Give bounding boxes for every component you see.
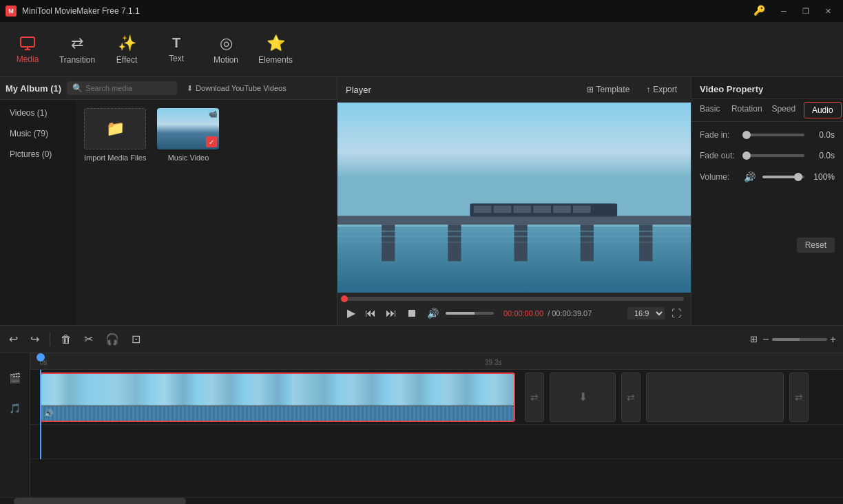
fade-out-row: Fade out: 0.0s	[700, 151, 835, 160]
playhead-top	[37, 353, 45, 361]
tracks-area: 🔊 ⇄ ⬇ ⇄ ⇄	[30, 370, 843, 459]
next-frame-button[interactable]: ⏭	[383, 306, 399, 321]
fade-in-value: 0.0s	[810, 130, 835, 140]
toolbar-item-motion[interactable]: ◎ Motion	[201, 25, 251, 74]
prev-frame-button[interactable]: ⏮	[362, 306, 379, 321]
tab-basic[interactable]: Basic	[691, 99, 729, 121]
cut-button[interactable]: ✂	[82, 330, 95, 348]
volume-slider[interactable]	[446, 312, 494, 315]
crop-button[interactable]: ⊡	[129, 330, 143, 348]
elements-icon: ⭐	[267, 34, 285, 52]
media-icon	[19, 35, 36, 52]
progress-thumb	[341, 295, 348, 302]
zoom-in-button[interactable]: +	[830, 333, 836, 346]
effect-label: Effect	[116, 55, 137, 65]
album-title: My Album (1)	[6, 83, 61, 94]
transition-icon: ⇄	[71, 34, 83, 52]
download-icon: ⬇	[187, 84, 193, 93]
detach-button[interactable]: 🎧	[103, 330, 121, 348]
play-button[interactable]: ▶	[344, 305, 358, 321]
zoom-out-button[interactable]: −	[762, 333, 769, 346]
toolbar-item-transition[interactable]: ⇄ Transition	[52, 25, 102, 74]
left-panel-header: My Album (1) 🔍 ⬇ Download YouTube Videos	[0, 77, 337, 100]
video-clip[interactable]: 🔊	[40, 372, 515, 422]
time-total: / 00:00:39.07	[548, 309, 592, 317]
text-icon: T	[172, 35, 180, 51]
import-thumb: 📁	[84, 108, 146, 149]
svg-rect-17	[337, 235, 691, 237]
player-header: Player ⊞ Template ↑ Export	[337, 77, 691, 103]
redo-button[interactable]: ↪	[28, 330, 41, 348]
import-media-item[interactable]: 📁 Import Media Files	[84, 108, 146, 162]
progress-bar[interactable]	[344, 297, 684, 301]
toolbar-item-effect[interactable]: ✨ Effect	[102, 25, 152, 74]
sidebar-item-music[interactable]: Music (79)	[0, 123, 76, 144]
transition-label: Transition	[59, 55, 95, 65]
zoom-controls: ⊞ − +	[748, 332, 836, 346]
stop-button[interactable]: ⏹	[404, 306, 420, 321]
placeholder-clip-1[interactable]: ⬇	[550, 372, 616, 422]
timeline-ruler: 0s 39.3s	[30, 353, 843, 370]
fade-in-slider[interactable]	[744, 134, 804, 136]
svg-rect-10	[474, 206, 492, 213]
template-button[interactable]: ⊞ Template	[581, 83, 636, 96]
timeline-content[interactable]: 0s 39.3s 🔊	[30, 353, 843, 497]
scrollbar-bottom[interactable]	[0, 497, 843, 504]
fit-button[interactable]: ⊞	[748, 332, 760, 346]
sidebar-item-videos[interactable]: Videos (1)	[0, 103, 76, 123]
transition-placeholder-3[interactable]: ⇄	[789, 372, 809, 422]
toolbar-item-media[interactable]: Media	[3, 25, 52, 74]
tab-rotation[interactable]: Rotation	[729, 99, 766, 121]
transition-placeholder-1[interactable]: ⇄	[525, 372, 544, 422]
timeline: 🎬 🎵 0s 39.3s	[0, 353, 843, 497]
close-button[interactable]: ✕	[818, 4, 837, 18]
toolbar-item-elements[interactable]: ⭐ Elements	[251, 25, 300, 74]
music-video-item[interactable]: 📹 ✓ Music Video	[157, 108, 219, 162]
search-box[interactable]: 🔍	[67, 81, 177, 95]
fade-out-value: 0.0s	[810, 151, 835, 160]
placeholder-clip-2[interactable]	[646, 372, 784, 422]
svg-rect-3	[337, 216, 691, 225]
tab-speed[interactable]: Speed	[765, 99, 802, 121]
sidebar-item-pictures[interactable]: Pictures (0)	[0, 144, 76, 165]
media-content: 📁 Import Media Files 📹 ✓ Music Video	[76, 100, 337, 325]
aspect-ratio-select[interactable]: 16:9 9:16 4:3 1:1	[627, 307, 665, 319]
app-title: MiniTool MovieMaker Free 7.1.1	[22, 6, 753, 16]
media-label: Media	[17, 54, 39, 64]
time-current: 00:00:00.00	[503, 309, 543, 317]
player-actions: ⊞ Template ↑ Export	[581, 83, 683, 96]
search-input[interactable]	[85, 84, 171, 92]
fade-out-slider[interactable]	[744, 154, 804, 157]
fullscreen-button[interactable]: ⛶	[669, 306, 684, 320]
search-icon: 🔍	[72, 83, 83, 93]
tab-audio[interactable]: Audio	[804, 102, 842, 118]
player-controls: ▶ ⏮ ⏭ ⏹ 🔊 00:00:00.00 / 00:00:39.07 16:9…	[337, 293, 691, 325]
controls-row: ▶ ⏮ ⏭ ⏹ 🔊 00:00:00.00 / 00:00:39.07 16:9…	[344, 305, 684, 321]
property-tabs: Basic Rotation Speed Audio	[691, 99, 843, 122]
minimize-button[interactable]: ─	[774, 4, 793, 18]
download-youtube-button[interactable]: ⬇ Download YouTube Videos	[183, 83, 291, 94]
restore-button[interactable]: ❐	[796, 4, 815, 18]
export-button[interactable]: ↑ Export	[641, 83, 683, 96]
undo-button[interactable]: ↩	[7, 330, 20, 348]
motion-label: Motion	[214, 55, 238, 65]
video-thumb: 📹 ✓	[157, 108, 219, 149]
zoom-slider[interactable]	[772, 338, 827, 341]
key-icon: 🔑	[753, 5, 766, 17]
music-track-row	[30, 425, 843, 459]
reset-button[interactable]: Reset	[797, 238, 835, 253]
video-track-row: 🔊 ⇄ ⬇ ⇄ ⇄	[30, 370, 843, 425]
delete-button[interactable]: 🗑	[59, 331, 74, 348]
toolbar-item-text[interactable]: T Text	[152, 25, 201, 74]
timeline-toolbar: ↩ ↪ 🗑 ✂ 🎧 ⊡ ⊞ − +	[0, 326, 843, 353]
elements-label: Elements	[258, 55, 293, 65]
volume-button[interactable]: 🔊	[424, 306, 441, 320]
titlebar: M MiniTool MovieMaker Free 7.1.1 🔑 ─ ❐ ✕	[0, 0, 843, 22]
svg-rect-0	[21, 37, 34, 47]
player-title: Player	[346, 85, 371, 95]
svg-rect-18	[337, 242, 691, 243]
volume-slider-prop[interactable]	[762, 176, 804, 178]
fade-in-label: Fade in:	[700, 130, 738, 140]
video-track-icon: 🎬	[9, 372, 21, 384]
transition-placeholder-2[interactable]: ⇄	[621, 372, 641, 422]
